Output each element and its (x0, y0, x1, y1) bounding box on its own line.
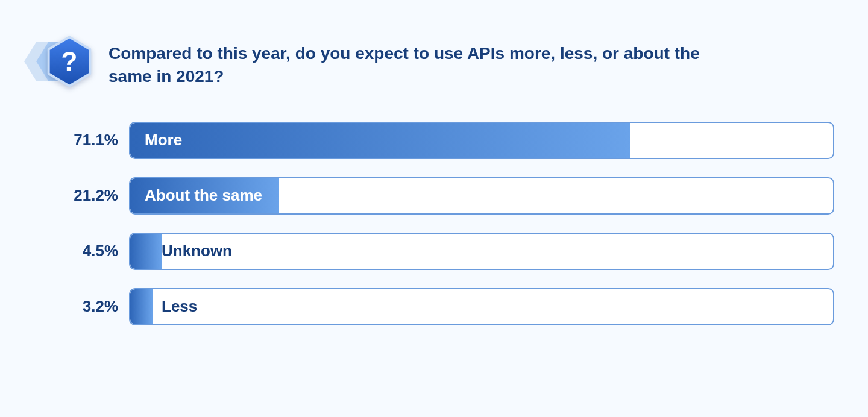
question-hex-icon: ? (23, 37, 89, 86)
bar-category-label: Less (162, 289, 197, 324)
bar-percentage: 71.1% (45, 131, 129, 149)
question-mark-icon: ? (46, 35, 93, 88)
bar-chart: 71.1%More21.2%About the same4.5%Unknown3… (24, 122, 834, 325)
question-title: Compared to this year, do you expect to … (108, 37, 735, 88)
bar-percentage: 4.5% (45, 242, 129, 260)
bar-row: 4.5%Unknown (45, 233, 834, 270)
bar-category-label: About the same (145, 178, 262, 213)
bar-category-label: Unknown (162, 234, 232, 269)
bar-percentage: 21.2% (45, 186, 129, 205)
bar-row: 21.2%About the same (45, 177, 834, 215)
header: ? Compared to this year, do you expect t… (24, 37, 834, 88)
bar-track: More (129, 122, 834, 159)
bar-track: Less (129, 288, 834, 325)
bar-fill (130, 123, 630, 158)
bar-percentage: 3.2% (45, 297, 129, 316)
bar-track: About the same (129, 177, 834, 215)
bar-fill (130, 234, 162, 269)
bar-category-label: More (145, 123, 182, 158)
bar-fill (130, 289, 153, 324)
bar-row: 3.2%Less (45, 288, 834, 325)
question-chart-panel: ? Compared to this year, do you expect t… (0, 0, 868, 417)
bar-track: Unknown (129, 233, 834, 270)
bar-row: 71.1%More (45, 122, 834, 159)
